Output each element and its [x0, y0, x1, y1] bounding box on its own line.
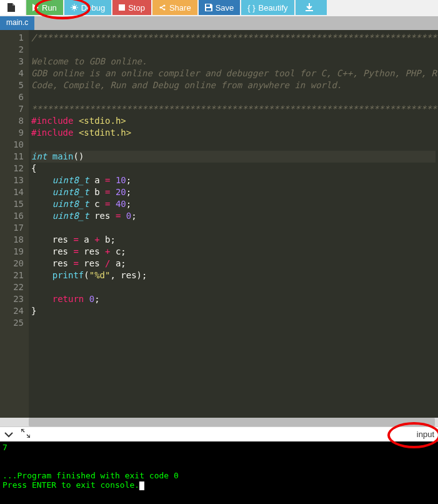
code-content[interactable]: /***************************************… [29, 30, 438, 418]
run-button[interactable]: Run [26, 0, 63, 15]
run-label: Run [42, 3, 57, 13]
tab-bar: main.c [0, 16, 438, 30]
code-line[interactable] [31, 139, 436, 151]
bug-icon [71, 4, 78, 11]
save-label: Save [216, 3, 234, 13]
tab-main-c[interactable]: main.c [0, 16, 34, 30]
scrollbar-thumb[interactable] [29, 418, 435, 426]
code-line[interactable]: #include <stdint.h> [31, 127, 436, 139]
code-line[interactable] [31, 281, 436, 293]
console-finished: ...Program finished with exit code 0 [2, 471, 179, 480]
console-result: 7 [2, 443, 7, 452]
horizontal-scrollbar[interactable] [0, 418, 438, 426]
share-icon [159, 4, 166, 11]
svg-rect-1 [119, 4, 125, 11]
code-editor[interactable]: 1234567891011121314151617181920212223242… [0, 30, 438, 418]
console-input-tab[interactable]: input [417, 430, 434, 439]
code-line[interactable]: /***************************************… [31, 32, 436, 44]
new-file-button[interactable] [0, 0, 25, 15]
save-button[interactable]: Save [199, 0, 241, 15]
code-line[interactable]: printf("%d", res); [31, 270, 436, 281]
code-line[interactable] [31, 91, 436, 103]
code-line[interactable]: res = a + b; [31, 234, 436, 246]
code-line[interactable]: } [31, 305, 436, 317]
stop-icon [119, 4, 125, 11]
svg-point-4 [163, 9, 165, 11]
line-gutter: 1234567891011121314151617181920212223242… [0, 30, 29, 418]
stop-label: Stop [128, 3, 145, 13]
code-line[interactable]: res = res + c; [31, 246, 436, 258]
svg-point-2 [159, 7, 161, 9]
code-line[interactable]: Code, Compile, Run and Debug online from… [31, 79, 436, 91]
share-label: Share [169, 3, 191, 13]
code-line[interactable]: Welcome to GDB online. [31, 56, 436, 68]
download-button[interactable] [296, 0, 327, 15]
code-line[interactable]: { [31, 163, 436, 174]
console-bar: input [0, 426, 438, 441]
svg-rect-5 [206, 4, 210, 7]
code-line[interactable] [31, 222, 436, 234]
console-prompt: Press ENTER to exit console. [2, 480, 139, 490]
play-icon [32, 4, 39, 11]
code-line[interactable]: #include <stdio.h> [31, 115, 436, 127]
console-collapse-icon[interactable] [4, 429, 14, 440]
save-icon [205, 4, 212, 11]
console-output[interactable]: 7 ...Program finished with exit code 0 P… [0, 441, 438, 504]
code-line[interactable]: GDB online is an online compiler and deb… [31, 68, 436, 79]
svg-point-3 [163, 5, 165, 7]
svg-rect-6 [206, 8, 211, 11]
code-line[interactable]: ****************************************… [31, 103, 436, 115]
share-button[interactable]: Share [152, 0, 197, 15]
beautify-button[interactable]: { } Beautify [241, 0, 294, 15]
code-line[interactable] [31, 44, 436, 56]
console-expand-icon[interactable] [21, 429, 30, 440]
code-line[interactable]: uint8_t res = 0; [31, 210, 436, 222]
code-line[interactable]: uint8_t c = 40; [31, 198, 436, 210]
debug-label: Debug [81, 3, 105, 13]
code-line[interactable]: res = res / a; [31, 258, 436, 270]
file-icon [7, 3, 15, 12]
code-line[interactable]: int main() [31, 151, 436, 163]
code-line[interactable]: uint8_t a = 10; [31, 174, 436, 186]
console-cursor [139, 481, 144, 490]
download-icon [305, 3, 314, 12]
debug-button[interactable]: Debug [64, 0, 111, 15]
svg-point-0 [72, 6, 76, 9]
code-line[interactable]: uint8_t b = 20; [31, 186, 436, 198]
code-line[interactable] [31, 317, 436, 329]
toolbar: Run Debug Stop Share Save { } Beautify [0, 0, 438, 16]
code-line[interactable]: return 0; [31, 293, 436, 305]
braces-icon: { } [247, 3, 255, 13]
beautify-label: Beautify [259, 3, 288, 13]
stop-button[interactable]: Stop [112, 0, 151, 15]
